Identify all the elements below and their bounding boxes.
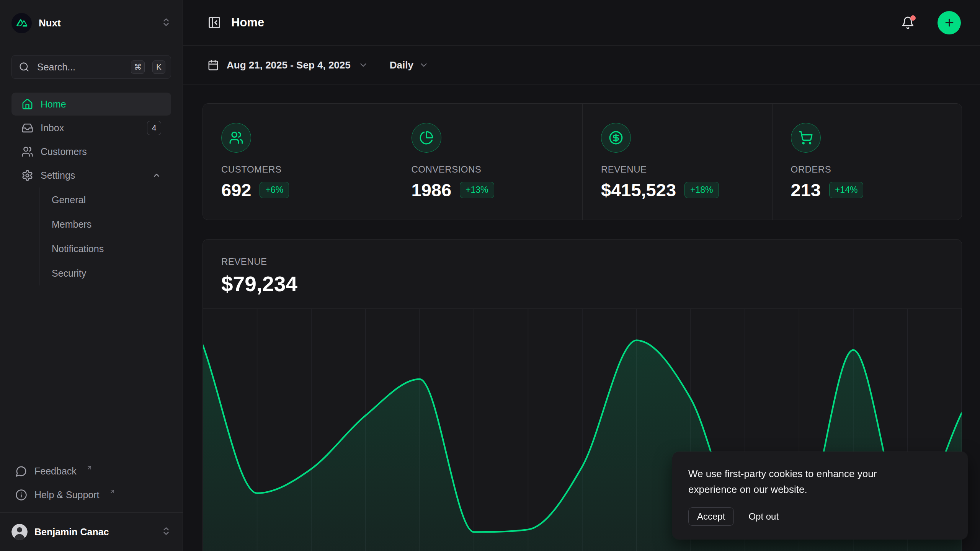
- nuxt-logo-icon: [11, 13, 32, 33]
- inbox-count-badge: 4: [147, 121, 161, 135]
- stat-value: 692: [221, 179, 251, 201]
- app-root: Nuxt Search... ⌘ K Home Inbox 4: [0, 0, 980, 551]
- sidebar: Nuxt Search... ⌘ K Home Inbox 4: [0, 0, 183, 551]
- collapse-sidebar-icon[interactable]: [207, 16, 221, 29]
- sidebar-item-customers[interactable]: Customers: [11, 140, 171, 163]
- sidebar-item-feedback[interactable]: Feedback: [11, 460, 171, 483]
- sidebar-item-members[interactable]: Members: [39, 212, 171, 236]
- chart-pie-icon: [412, 123, 441, 153]
- gear-icon: [21, 170, 33, 181]
- stat-delta-badge: +6%: [260, 182, 289, 198]
- opt-out-button[interactable]: Opt out: [748, 508, 779, 525]
- stat-card-revenue[interactable]: REVENUE $415,523 +18%: [582, 104, 772, 220]
- stat-delta-badge: +18%: [684, 182, 719, 198]
- search-placeholder: Search...: [37, 62, 123, 73]
- chart-total-value: $79,234: [221, 272, 943, 296]
- search-input[interactable]: Search... ⌘ K: [11, 55, 171, 79]
- chevron-down-icon: [358, 60, 368, 70]
- plus-icon: [944, 17, 955, 28]
- page-title: Home: [231, 16, 891, 29]
- stat-value: 213: [791, 179, 821, 201]
- users-icon: [221, 123, 251, 153]
- stat-card-customers[interactable]: CUSTOMERS 692 +6%: [203, 104, 393, 220]
- stat-card-orders[interactable]: ORDERS 213 +14%: [772, 104, 962, 220]
- filters-toolbar: Aug 21, 2025 - Sep 4, 2025 Daily: [183, 46, 980, 85]
- sub-item-label: General: [52, 194, 86, 205]
- sidebar-item-inbox[interactable]: Inbox 4: [11, 116, 171, 139]
- chart-label: REVENUE: [221, 256, 943, 267]
- cookie-message: We use first-party cookies to enhance yo…: [688, 466, 926, 497]
- inbox-icon: [21, 122, 33, 134]
- stat-value: 1986: [412, 179, 452, 201]
- notifications-button[interactable]: [901, 16, 915, 29]
- sidebar-nav: Home Inbox 4 Customers Settings General: [0, 93, 183, 285]
- stat-label: CUSTOMERS: [221, 164, 393, 175]
- stat-card-conversions[interactable]: CONVERSIONS 1986 +13%: [393, 104, 583, 220]
- sidebar-item-label: Inbox: [41, 122, 140, 134]
- house-icon: [21, 98, 33, 110]
- sidebar-item-label: Customers: [41, 146, 161, 157]
- sub-item-label: Members: [52, 219, 91, 230]
- stats-cards: CUSTOMERS 692 +6% CONVERSIONS 1986 +13%: [203, 103, 962, 220]
- settings-submenu: General Members Notifications Security: [39, 187, 171, 285]
- external-link-icon: [86, 465, 93, 473]
- notification-dot: [910, 15, 916, 21]
- date-range-picker[interactable]: Aug 21, 2025 - Sep 4, 2025: [207, 59, 368, 71]
- sidebar-item-notifications[interactable]: Notifications: [39, 236, 171, 261]
- sub-item-label: Security: [52, 268, 86, 279]
- cookie-banner: We use first-party cookies to enhance yo…: [672, 452, 968, 540]
- avatar: [11, 524, 28, 540]
- sidebar-item-settings[interactable]: Settings: [11, 164, 171, 187]
- sub-item-label: Notifications: [52, 243, 104, 254]
- info-circle-icon: [15, 489, 27, 501]
- external-link-icon: [109, 488, 116, 496]
- users-icon: [21, 146, 33, 158]
- circle-dollar-icon: [601, 123, 631, 153]
- stat-label: CONVERSIONS: [412, 164, 583, 175]
- granularity-value: Daily: [390, 59, 413, 71]
- sidebar-item-label: Help & Support: [34, 489, 100, 500]
- main-area: Home Aug 21, 2025 - Sep 4, 2025 Daily: [183, 0, 980, 551]
- sidebar-item-security[interactable]: Security: [39, 261, 171, 285]
- chevron-up-icon: [152, 171, 161, 180]
- accept-button[interactable]: Accept: [688, 507, 734, 526]
- sidebar-item-label: Settings: [41, 170, 145, 181]
- sidebar-footer-nav: Feedback Help & Support: [0, 460, 183, 512]
- workspace-switcher[interactable]: Nuxt: [0, 11, 183, 35]
- granularity-select[interactable]: Daily: [390, 59, 429, 71]
- sidebar-item-general[interactable]: General: [39, 187, 171, 212]
- date-range-value: Aug 21, 2025 - Sep 4, 2025: [227, 59, 351, 71]
- page-header: Home: [183, 0, 980, 46]
- sidebar-item-home[interactable]: Home: [11, 93, 171, 116]
- kbd-meta: ⌘: [131, 60, 145, 74]
- user-menu[interactable]: Benjamin Canac: [0, 512, 183, 551]
- add-button[interactable]: [938, 11, 961, 34]
- chevrons-up-down-icon: [161, 526, 171, 538]
- search-icon: [19, 62, 29, 72]
- stat-delta-badge: +13%: [460, 182, 494, 198]
- sidebar-item-help-support[interactable]: Help & Support: [11, 483, 171, 506]
- message-circle-icon: [15, 465, 27, 477]
- stat-value: $415,523: [601, 179, 676, 201]
- kbd-k: K: [152, 60, 165, 74]
- stat-label: ORDERS: [791, 164, 962, 175]
- sidebar-item-label: Home: [41, 99, 161, 110]
- stat-label: REVENUE: [601, 164, 772, 175]
- sidebar-spacer: [0, 285, 183, 460]
- calendar-icon: [207, 59, 219, 71]
- chevron-down-icon: [419, 60, 429, 70]
- chevrons-up-down-icon: [161, 17, 171, 29]
- sidebar-item-label: Feedback: [34, 466, 77, 477]
- stat-delta-badge: +14%: [829, 182, 863, 198]
- shopping-cart-icon: [791, 123, 821, 153]
- workspace-name: Nuxt: [39, 17, 154, 29]
- user-name: Benjamin Canac: [34, 527, 154, 538]
